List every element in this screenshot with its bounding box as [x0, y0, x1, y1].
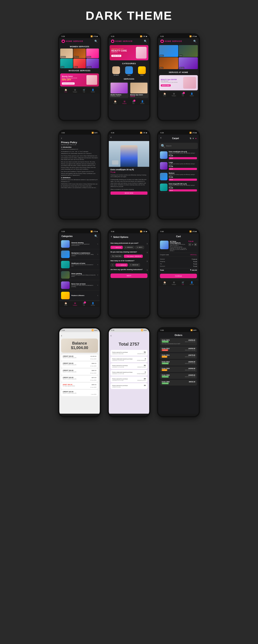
- nav-account[interactable]: 👤 Account: [190, 92, 194, 96]
- next-button[interactable]: NEXT: [110, 274, 148, 278]
- promo-banner[interactable]: Beauty Salon Relax, Renew, Rejuvenate 50…: [60, 74, 99, 86]
- filter-icon[interactable]: ≡: [193, 137, 194, 140]
- cat-handyman[interactable]: Handyman & maintenance This includes che…: [59, 249, 100, 260]
- chevron-right-icon: ›: [97, 294, 98, 297]
- order-5870[interactable]: Order-5870 USD50.00 Processing 2023-07-1…: [160, 338, 197, 346]
- service-pedicure[interactable]: Pedicure: [60, 48, 73, 58]
- cat-general-cleaning[interactable]: General cleaning General cleaning are ou…: [59, 239, 100, 249]
- nav-account[interactable]: 👤 Account: [91, 302, 95, 306]
- points-type: ORDER-REDEEM: [137, 360, 146, 361]
- nav-home[interactable]: 🏠 Home: [64, 302, 67, 306]
- service-haircut[interactable]: Haircut: [159, 45, 178, 57]
- order-5510[interactable]: Order-5510 USD90.00 Processing 2023-08-2…: [160, 360, 197, 366]
- cat-nurse-care[interactable]: Nurse Care at home Our nurses are highly…: [59, 280, 100, 290]
- service-manicure[interactable]: Manicure: [73, 48, 86, 58]
- nav-home[interactable]: 🏠 Home: [114, 100, 116, 104]
- nav-cart[interactable]: 🛒 2 Cart: [83, 302, 85, 306]
- nav-cart[interactable]: 🛒 Cart: [83, 89, 85, 92]
- beauty-care-banner[interactable]: PREMIUM FOR YOU BEAUTY CARE SAVE UP TO B…: [110, 45, 148, 60]
- order-5511[interactable]: Order-5511 USD76.00 On Hold 2023-08-21 1…: [160, 353, 197, 359]
- back-button[interactable]: ‹: [110, 136, 148, 139]
- search-icon[interactable]: 🔍: [94, 235, 98, 238]
- book-button[interactable]: Facial treatments: [62, 82, 75, 84]
- service-extra-large[interactable]: Extra large(150-200 sq ft) Cleaning your…: [158, 182, 199, 193]
- chip-3-ac[interactable]: 3 - INR100.00: [128, 264, 140, 266]
- beauty-spa-banner[interactable]: BEAUTY Spa CENTER Our Services Professio…: [159, 75, 198, 90]
- discount-label: Discount: [160, 266, 165, 267]
- chip-1-ac[interactable]: 1: [110, 264, 114, 266]
- book-now-button[interactable]: BOOK NOW: [110, 192, 148, 195]
- chip-3-pro[interactable]: 3 - INR R: [135, 246, 144, 249]
- nav-account[interactable]: 👤 Account: [91, 89, 95, 92]
- search-bar[interactable]: 🔍 Search: [159, 143, 198, 149]
- nav-category[interactable]: ⊞ Category: [172, 281, 176, 285]
- service-waxing[interactable]: Waxing: [86, 48, 99, 58]
- nav-home[interactable]: 🏠 Home: [163, 92, 166, 96]
- book-button[interactable]: BOOK: [169, 157, 197, 159]
- nav-category[interactable]: ⊞ Category: [73, 302, 77, 306]
- book-button[interactable]: BOOK: [169, 178, 197, 181]
- cat-kids[interactable]: KIDS: [138, 66, 146, 76]
- continue-button[interactable]: Continue: [160, 274, 197, 278]
- cart-item-desc-2: Do you need any cleaning materials? (₹ 1…: [170, 246, 187, 249]
- order-3964[interactable]: Order-3964 INR30.00 Processing: [160, 380, 197, 386]
- chip-2-pro[interactable]: 2 - INR30.00: [124, 246, 134, 249]
- order-5509[interactable]: Order-5509 USD90.00 On Hold 2023-08-21 1…: [160, 366, 197, 372]
- back-button[interactable]: ‹: [61, 334, 98, 337]
- screen: Cart AC Deep Cleaning(Duct) How many pro…: [158, 233, 199, 315]
- info-icon[interactable]: ℹ: [147, 269, 148, 271]
- cat-img: [61, 250, 70, 258]
- more-icon[interactable]: ●: [195, 137, 197, 140]
- cat-healthcare[interactable]: Healthcare at home Home healthcare servi…: [59, 260, 100, 270]
- info-icon[interactable]: ℹ: [147, 252, 148, 254]
- book-button[interactable]: BOOK: [169, 189, 197, 192]
- service-card-1[interactable]: Studio Fashion Professional service: [110, 82, 128, 98]
- sort-icon[interactable]: ⇅: [190, 137, 191, 140]
- service-facial[interactable]: Facial: [60, 58, 73, 68]
- nav-home[interactable]: 🏠 Home: [64, 89, 67, 92]
- qty-plus[interactable]: +: [194, 243, 197, 246]
- nav-cart[interactable]: 🛒 Cart: [182, 281, 184, 285]
- info-icon[interactable]: ℹ: [147, 260, 148, 262]
- chip-1-pro[interactable]: 1 - INR10.00: [110, 246, 123, 249]
- service-card-2[interactable]: Beauty Spa Salon ₹35.00: [130, 82, 148, 98]
- no-materials-btn[interactable]: No, I have them: [110, 254, 123, 258]
- yes-materials-btn[interactable]: Yes, please - INR100.00: [124, 254, 143, 258]
- cat-women[interactable]: WOMEN: [112, 66, 120, 76]
- view-all-button[interactable]: VIEW ALL: [190, 254, 197, 256]
- nav-category[interactable]: ⊞ Category: [122, 100, 126, 104]
- service-massage[interactable]: Massage: [179, 57, 198, 69]
- book-now-btn[interactable]: BOOK NOW: [111, 55, 121, 57]
- nav-home[interactable]: 🏠 Home: [163, 281, 166, 285]
- service-extra-small[interactable]: Extra small(Upto 25 sq ft) Cleaning your…: [158, 150, 199, 160]
- search-icon[interactable]: 🔍: [144, 40, 147, 43]
- nav-category[interactable]: ⊞ Category: [172, 92, 176, 96]
- book-button[interactable]: BOOK: [169, 168, 197, 170]
- service-cleanup[interactable]: Cleanup: [86, 58, 99, 68]
- nav-category[interactable]: ⊞ Category: [73, 89, 77, 92]
- info-icon[interactable]: ℹ: [147, 243, 148, 245]
- back-button[interactable]: ‹: [61, 136, 98, 140]
- back-button[interactable]: ‹: [111, 235, 112, 238]
- service-bleach[interactable]: Bleach: [73, 58, 86, 68]
- service-beard[interactable]: Beard: [179, 45, 198, 57]
- service-medium[interactable]: Medium Cleaning your furniture quickly a…: [158, 171, 199, 182]
- nav-account[interactable]: 👤 Account: [190, 281, 194, 285]
- service-shave[interactable]: Shave: [159, 57, 178, 69]
- nav-account[interactable]: 👤 Account: [140, 100, 144, 104]
- cat-men[interactable]: MEN: [125, 66, 133, 76]
- nav-cart[interactable]: 🛒 1 Cart: [182, 92, 184, 96]
- search-icon[interactable]: 🔍: [94, 40, 98, 43]
- cat-packers-movers[interactable]: Packers & Movers ›: [59, 290, 100, 301]
- qty-minus[interactable]: −: [188, 243, 191, 246]
- search-icon[interactable]: 🔍: [193, 40, 197, 43]
- back-button[interactable]: ‹: [160, 136, 162, 139]
- cat-home-painting[interactable]: Home painting Our team of experts is her…: [59, 270, 100, 280]
- order-5512[interactable]: Order-5512 USD50.00 Cancelled 2023-08-21…: [160, 346, 197, 352]
- nav-cart[interactable]: 🛒 1 Cart: [132, 100, 135, 104]
- book-now-btn[interactable]: BOOK NOW: [161, 84, 171, 86]
- order-5508[interactable]: Order-5508 USD85.00 Processing 2023-08-2…: [160, 373, 197, 379]
- chip-2-ac[interactable]: 2 - INR50.00: [115, 264, 128, 266]
- service-large[interactable]: Large Cleaning your furniture quickly an…: [158, 160, 199, 171]
- back-button[interactable]: ‹: [110, 334, 148, 337]
